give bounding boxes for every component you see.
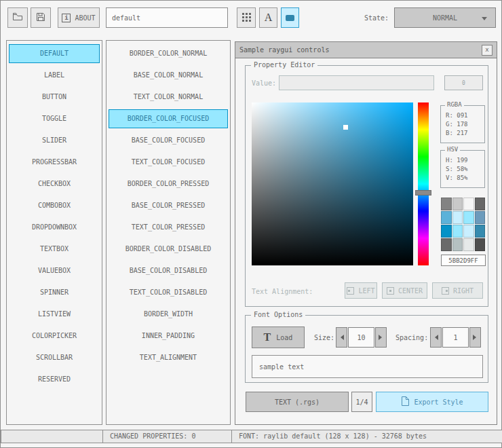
property-item-base_color_pressed[interactable]: BASE_COLOR_PRESSED (109, 196, 228, 215)
property-item-border_color_disabled[interactable]: BORDER_COLOR_DISABLED (109, 240, 228, 259)
property-item-border_color_pressed[interactable]: BORDER_COLOR_PRESSED (109, 174, 228, 193)
property-item-inner_padding[interactable]: INNER_PADDING (109, 326, 228, 346)
palette-color-swatch[interactable] (441, 211, 452, 224)
control-item-slider[interactable]: SLIDER (9, 131, 100, 150)
palette-color-swatch[interactable] (475, 225, 486, 238)
size-label: Size: (314, 334, 334, 341)
palette-color-swatch[interactable] (441, 225, 452, 238)
controls-list: DEFAULTLABELBUTTONTOGGLESLIDERPROGRESSBA… (6, 40, 102, 425)
about-label: ABOUT (75, 14, 95, 22)
size-increment-button[interactable] (375, 327, 387, 348)
rgba-r-value: R: 091 (441, 111, 484, 120)
property-item-text_color_pressed[interactable]: TEXT_COLOR_PRESSED (109, 218, 228, 237)
spacing-decrement-button[interactable] (430, 327, 442, 348)
arrow-left-icon (338, 335, 344, 340)
control-item-valuebox[interactable]: VALUEBOX (9, 261, 100, 280)
palette-color-swatch[interactable] (441, 238, 452, 251)
property-item-text_color_normal[interactable]: TEXT_COLOR_NORMAL (109, 88, 228, 107)
control-item-button[interactable]: BUTTON (9, 88, 100, 107)
close-icon[interactable]: x (482, 45, 493, 56)
property-item-text_color_disabled[interactable]: TEXT_COLOR_DISABLED (109, 283, 228, 302)
property-item-base_color_focused[interactable]: BASE_COLOR_FOCUSED (109, 131, 228, 150)
align-left-label: LEFT (358, 287, 374, 295)
state-dropdown[interactable]: NORMAL (394, 7, 496, 28)
control-item-toggle[interactable]: TOGGLE (9, 109, 100, 128)
spacing-value-box[interactable]: 1 (442, 327, 469, 348)
style-table-button[interactable] (237, 7, 256, 28)
align-right-label: RIGHT (453, 287, 474, 295)
window-titlebar[interactable]: Sample raygui controls x (235, 42, 497, 58)
about-button[interactable]: i ABOUT (58, 7, 100, 28)
palette-color-swatch[interactable] (463, 198, 474, 210)
save-style-button[interactable] (31, 7, 51, 28)
control-item-checkbox[interactable]: CHECKBOX (9, 174, 100, 193)
rgba-b-value: B: 217 (441, 129, 484, 138)
rguistyler-window: i ABOUT A State: NORMAL DEFAULTLABELBUTT… (0, 0, 502, 448)
palette-color-swatch[interactable] (463, 225, 474, 238)
size-value-box[interactable]: 10 (348, 327, 374, 348)
control-item-combobox[interactable]: COMBOBOX (9, 196, 100, 215)
hue-slider-handle[interactable] (415, 190, 431, 195)
palette-color-swatch[interactable] (452, 211, 463, 224)
control-shape-icon (286, 15, 294, 21)
sample-text-input[interactable]: sample text (252, 355, 483, 378)
palette-color-swatch[interactable] (475, 211, 486, 224)
property-item-border_color_focused[interactable]: BORDER_COLOR_FOCUSED (109, 109, 228, 128)
property-item-border_width[interactable]: BORDER_WIDTH (109, 305, 228, 324)
hex-color-input[interactable]: 5BB2D9FF (441, 255, 486, 266)
align-center-button[interactable]: CENTER (382, 282, 427, 299)
export-style-button[interactable]: Export Style (376, 392, 488, 412)
format-pager-button[interactable]: 1/4 (351, 392, 372, 412)
property-item-base_color_disabled[interactable]: BASE_COLOR_DISABLED (109, 261, 228, 280)
control-item-reserved[interactable]: RESERVED (9, 370, 100, 389)
floppy-save-icon (35, 12, 46, 24)
control-item-dropdownbox[interactable]: DROPDOWNBOX (9, 218, 100, 237)
align-right-button[interactable]: RIGHT (432, 282, 483, 299)
hsv-v-value: V: 85% (441, 174, 484, 183)
picker-cursor[interactable] (343, 125, 348, 130)
size-decrement-button[interactable] (336, 327, 347, 348)
palette-color-swatch[interactable] (452, 225, 463, 238)
spacing-increment-button[interactable] (469, 327, 481, 348)
chevron-down-icon (482, 17, 487, 23)
export-format-button[interactable]: TEXT (.rgs) (246, 392, 349, 412)
edit-mode-button[interactable] (281, 7, 299, 28)
value-apply-button[interactable]: 0 (444, 75, 483, 90)
control-item-colorpicker[interactable]: COLORPICKER (9, 326, 100, 346)
control-item-textbox[interactable]: TEXTBOX (9, 240, 100, 259)
font-a-icon: A (265, 12, 273, 23)
rgba-g-value: G: 178 (441, 120, 484, 129)
statusbar-left (1, 430, 103, 443)
align-left-button[interactable]: LEFT (345, 282, 377, 299)
control-item-scrollbar[interactable]: SCROLLBAR (9, 348, 100, 367)
saturation-value-picker[interactable] (252, 102, 413, 265)
font-view-button[interactable]: A (259, 7, 277, 28)
control-item-default[interactable]: DEFAULT (9, 44, 100, 63)
property-item-base_color_normal[interactable]: BASE_COLOR_NORMAL (109, 66, 228, 85)
property-item-text_alignment[interactable]: TEXT_ALIGNMENT (109, 348, 228, 367)
palette-color-swatch[interactable] (463, 238, 474, 251)
hue-slider[interactable] (418, 102, 429, 265)
export-file-icon (401, 396, 409, 407)
property-item-text_color_focused[interactable]: TEXT_COLOR_FOCUSED (109, 153, 228, 172)
load-style-button[interactable] (7, 7, 28, 28)
font-options-group: Font Options T Load Size: 10 Spacing: 1 … (245, 315, 488, 383)
load-font-button[interactable]: T Load (252, 326, 305, 348)
style-name-input[interactable] (106, 7, 228, 28)
palette-color-swatch[interactable] (463, 211, 474, 224)
palette-color-swatch[interactable] (441, 198, 452, 210)
arrow-right-icon (379, 335, 385, 340)
control-item-spinner[interactable]: SPINNER (9, 283, 100, 302)
control-item-listview[interactable]: LISTVIEW (9, 305, 100, 324)
hsv-group: HSV H: 199 S: 58% V: 85% (440, 150, 485, 188)
control-item-label[interactable]: LABEL (9, 66, 100, 85)
rgba-title: RGBA (445, 101, 464, 108)
folder-open-icon (12, 12, 23, 24)
value-input[interactable] (279, 75, 434, 90)
palette-color-swatch[interactable] (475, 198, 486, 210)
palette-color-swatch[interactable] (452, 238, 463, 251)
palette-color-swatch[interactable] (475, 238, 486, 251)
property-item-border_color_normal[interactable]: BORDER_COLOR_NORMAL (109, 44, 228, 63)
control-item-progressbar[interactable]: PROGRESSBAR (9, 153, 100, 172)
palette-color-swatch[interactable] (452, 198, 463, 210)
